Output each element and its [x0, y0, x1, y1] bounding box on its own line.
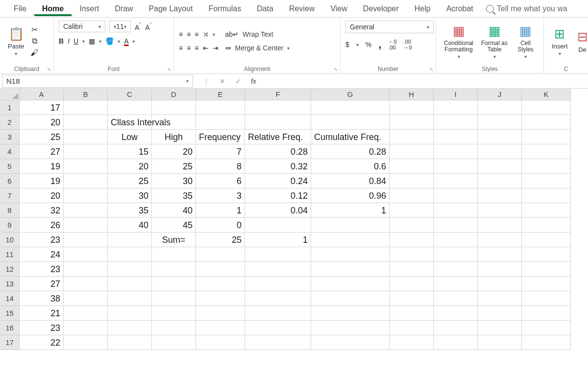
cell-H17[interactable]: [390, 335, 434, 350]
cell-E4[interactable]: 7: [196, 144, 245, 159]
cell-J17[interactable]: [478, 335, 522, 350]
cell-A5[interactable]: 19: [20, 159, 64, 174]
cell-G8[interactable]: 1: [311, 203, 390, 218]
paste-button[interactable]: 📋 Paste ▾: [5, 24, 27, 58]
underline-button[interactable]: U: [74, 37, 78, 45]
cell-B4[interactable]: [64, 144, 108, 159]
insert-button[interactable]: ⊞ Insert▾: [549, 24, 571, 58]
cell-I13[interactable]: [434, 277, 478, 291]
cell-A7[interactable]: 20: [20, 188, 64, 203]
tab-home[interactable]: Home: [34, 1, 72, 16]
cell-F7[interactable]: 0.12: [245, 188, 311, 203]
cell-J4[interactable]: [478, 144, 522, 159]
borders-icon[interactable]: ▦: [89, 37, 95, 45]
cell-B14[interactable]: [64, 291, 108, 306]
cell-A17[interactable]: 22: [20, 335, 64, 350]
cell-C2[interactable]: Cllass Intervals: [108, 115, 152, 130]
cell-H13[interactable]: [390, 277, 434, 291]
cell-E16[interactable]: [196, 321, 245, 335]
cell-E2[interactable]: [196, 115, 245, 130]
fx-icon[interactable]: fx: [251, 77, 256, 85]
cell-I3[interactable]: [434, 130, 478, 144]
cell-J6[interactable]: [478, 174, 522, 188]
name-box[interactable]: N18▾: [2, 75, 193, 88]
cell-I2[interactable]: [434, 115, 478, 130]
dialog-launcher-icon[interactable]: ⤡: [47, 67, 51, 72]
row-header-3[interactable]: 3: [0, 130, 20, 144]
cell-F10[interactable]: 1: [245, 233, 311, 247]
cell-C16[interactable]: [108, 321, 152, 335]
comma-button[interactable]: ,: [378, 38, 381, 51]
cell-D1[interactable]: [152, 100, 196, 115]
cell-H11[interactable]: [390, 247, 434, 262]
cell-A16[interactable]: 23: [20, 321, 64, 335]
cell-A2[interactable]: 20: [20, 115, 64, 130]
row-header-10[interactable]: 10: [0, 233, 20, 247]
row-header-13[interactable]: 13: [0, 277, 20, 291]
cell-D10[interactable]: Sum=: [152, 233, 196, 247]
cell-H10[interactable]: [390, 233, 434, 247]
cell-A13[interactable]: 27: [20, 277, 64, 291]
cell-B2[interactable]: [64, 115, 108, 130]
tab-acrobat[interactable]: Acrobat: [439, 1, 481, 16]
cell-F5[interactable]: 0.32: [245, 159, 311, 174]
cell-G16[interactable]: [311, 321, 390, 335]
cell-B3[interactable]: [64, 130, 108, 144]
cell-A6[interactable]: 19: [20, 174, 64, 188]
row-header-11[interactable]: 11: [0, 247, 20, 262]
cell-H7[interactable]: [390, 188, 434, 203]
tab-review[interactable]: Review: [281, 1, 322, 16]
cell-I17[interactable]: [434, 335, 478, 350]
cell-F4[interactable]: 0.28: [245, 144, 311, 159]
tab-page-layout[interactable]: Page Layout: [141, 1, 201, 16]
cell-B17[interactable]: [64, 335, 108, 350]
cell-A8[interactable]: 32: [20, 203, 64, 218]
cell-I16[interactable]: [434, 321, 478, 335]
cell-D17[interactable]: [152, 335, 196, 350]
row-header-1[interactable]: 1: [0, 100, 20, 115]
cell-J2[interactable]: [478, 115, 522, 130]
cell-E8[interactable]: 1: [196, 203, 245, 218]
cell-K1[interactable]: [522, 100, 571, 115]
cell-J14[interactable]: [478, 291, 522, 306]
cut-icon[interactable]: ✂: [30, 25, 39, 34]
cell-K11[interactable]: [522, 247, 571, 262]
cell-H2[interactable]: [390, 115, 434, 130]
cell-B8[interactable]: [64, 203, 108, 218]
cell-K5[interactable]: [522, 159, 571, 174]
cell-K12[interactable]: [522, 262, 571, 277]
cell-C8[interactable]: 35: [108, 203, 152, 218]
cell-B15[interactable]: [64, 306, 108, 321]
currency-button[interactable]: $: [345, 41, 349, 48]
cell-C13[interactable]: [108, 277, 152, 291]
cell-F13[interactable]: [245, 277, 311, 291]
increase-decimal-icon[interactable]: ←0.00: [388, 39, 396, 50]
cell-D14[interactable]: [152, 291, 196, 306]
align-top-icon[interactable]: ≡: [179, 30, 183, 38]
row-header-16[interactable]: 16: [0, 321, 20, 335]
cell-J3[interactable]: [478, 130, 522, 144]
cell-H15[interactable]: [390, 306, 434, 321]
cell-G7[interactable]: 0.96: [311, 188, 390, 203]
cell-E15[interactable]: [196, 306, 245, 321]
cell-H8[interactable]: [390, 203, 434, 218]
cell-F11[interactable]: [245, 247, 311, 262]
font-size-select[interactable]: ▾11▾: [109, 21, 131, 32]
cell-I10[interactable]: [434, 233, 478, 247]
cell-D7[interactable]: 35: [152, 188, 196, 203]
cell-G17[interactable]: [311, 335, 390, 350]
cell-K10[interactable]: [522, 233, 571, 247]
formula-input[interactable]: [264, 75, 588, 88]
cell-J7[interactable]: [478, 188, 522, 203]
cell-B1[interactable]: [64, 100, 108, 115]
cell-area[interactable]: 1720Cllass Intervals25LowHighFrequencyRe…: [20, 100, 571, 350]
indent-decrease-icon[interactable]: ⇤: [203, 44, 209, 52]
cell-D11[interactable]: [152, 247, 196, 262]
delete-button[interactable]: ⊟ De: [572, 27, 588, 55]
cell-G12[interactable]: [311, 262, 390, 277]
cell-H6[interactable]: [390, 174, 434, 188]
tab-formulas[interactable]: Formulas: [200, 1, 249, 16]
format-as-table-button[interactable]: ▦ Format as Table▾: [478, 22, 511, 61]
cell-K14[interactable]: [522, 291, 571, 306]
cell-C5[interactable]: 20: [108, 159, 152, 174]
